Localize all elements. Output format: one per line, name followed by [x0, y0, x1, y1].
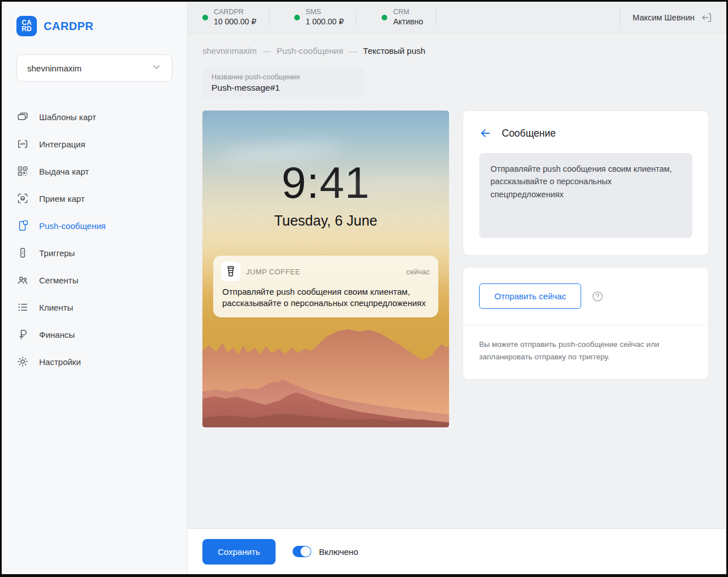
logo-mark-line2: RD	[22, 26, 31, 32]
status-crm: CRM Активно	[369, 8, 435, 27]
sidebar-item-card-templates[interactable]: Шаблоны карт	[2, 103, 187, 130]
divider	[269, 9, 269, 26]
status-value: Активно	[393, 17, 423, 27]
sidebar-item-settings[interactable]: Настройки	[2, 348, 187, 375]
user-name: Максим Шевнин	[633, 13, 695, 22]
push-name-label: Название push-сообщения	[211, 73, 354, 81]
message-panel-title: Сообщение	[502, 128, 556, 139]
sidebar-item-card-accept[interactable]: Прием карт	[2, 185, 187, 212]
status-green-dot	[294, 15, 300, 20]
qr-code-icon	[16, 165, 29, 177]
settings-column: Сообщение Отправляйте push сообщения сво…	[463, 111, 709, 380]
sidebar-nav: Шаблоны карт API Интеграция Выдача карт …	[2, 103, 187, 375]
trigger-icon	[16, 247, 29, 259]
breadcrumb-account[interactable]: shevninmaxim	[202, 46, 257, 56]
footer-bar: Сохранить Включено	[188, 528, 726, 574]
sidebar-item-segments[interactable]: Сегменты	[2, 266, 187, 294]
sidebar-item-label: Прием карт	[39, 194, 84, 203]
logo-text: CARDPR	[44, 20, 94, 33]
gear-icon	[16, 355, 29, 368]
sidebar-item-finance[interactable]: Финансы	[2, 321, 187, 348]
preview-date: Tuesday, 6 June	[202, 213, 449, 229]
sidebar-item-label: Сегменты	[39, 275, 78, 285]
balance-cardpr: CARDPR 10 000.00 ₽	[202, 8, 269, 27]
sidebar-item-push-messages[interactable]: Push-сообщения	[2, 212, 187, 239]
sidebar-item-label: Интеграция	[39, 139, 85, 149]
send-now-button[interactable]: Отправить сейчас	[479, 283, 581, 309]
help-icon[interactable]	[591, 290, 604, 303]
status-value: 10 000.00 ₽	[214, 17, 256, 27]
status-green-dot	[382, 15, 387, 20]
content: shevninmaxim — Push-сообщения — Текстовы…	[188, 33, 726, 528]
divider	[620, 9, 620, 26]
api-icon: API	[16, 138, 29, 150]
notification-text: Отправляйте push сообщения своим клиента…	[221, 286, 430, 309]
send-card: Отправить сейчас Вы можете отправить pus…	[463, 267, 709, 380]
main-area: CARDPR 10 000.00 ₽ SMS 1 000.00 ₽ CRM Ак…	[188, 2, 726, 574]
toggle-label: Включено	[319, 547, 358, 557]
message-text: Отправляйте push сообщения своим клиента…	[490, 163, 681, 201]
sidebar-item-label: Шаблоны карт	[39, 112, 96, 122]
breadcrumb-push-messages[interactable]: Push-сообщения	[277, 46, 343, 56]
logo: CA RD CARDPR	[2, 16, 187, 36]
sidebar-item-triggers[interactable]: Триггеры	[2, 239, 187, 266]
balance-sms: SMS 1 000.00 ₽	[282, 8, 356, 27]
breadcrumb-current: Текстовый push	[363, 46, 425, 56]
account-selector-value: shevninmaxim	[27, 63, 82, 73]
cards-icon	[16, 111, 29, 123]
message-card: Сообщение Отправляйте push сообщения сво…	[463, 111, 709, 256]
sidebar-item-label: Триггеры	[39, 248, 75, 258]
coffee-cup-icon	[221, 262, 240, 281]
svg-text:API: API	[20, 142, 26, 146]
status-value: 1 000.00 ₽	[306, 17, 344, 27]
breadcrumb-separator: —	[349, 46, 357, 56]
account-selector[interactable]: shevninmaxim	[16, 54, 172, 82]
status-label: CARDPR	[214, 8, 256, 17]
status-label: CRM	[393, 8, 423, 17]
user-menu: Максим Шевнин	[633, 11, 713, 24]
back-arrow-icon[interactable]	[479, 127, 492, 139]
save-button[interactable]: Сохранить	[202, 539, 276, 565]
list-icon	[16, 301, 29, 313]
cardpr-logo-icon: CA RD	[16, 16, 37, 36]
chevron-down-icon	[150, 61, 163, 75]
divider	[356, 9, 357, 26]
users-icon	[16, 274, 29, 286]
divider	[435, 9, 436, 26]
toggle-knob	[300, 546, 311, 557]
sidebar-item-clients[interactable]: Клиенты	[2, 294, 187, 321]
scan-icon	[16, 192, 29, 205]
sidebar-item-integration[interactable]: API Интеграция	[2, 130, 187, 158]
sidebar-item-label: Финансы	[39, 330, 75, 340]
notification-app-name: JUMP COFFEE	[246, 268, 401, 276]
push-message-icon	[16, 219, 29, 232]
logout-icon[interactable]	[700, 11, 713, 24]
enabled-toggle[interactable]	[293, 546, 311, 557]
sidebar: CA RD CARDPR shevninmaxim Шаблоны карт A…	[2, 2, 188, 574]
push-name-field[interactable]: Название push-сообщения	[202, 68, 364, 99]
phone-preview: 9:41 Tuesday, 6 June	[202, 111, 449, 427]
ruble-icon	[16, 328, 29, 341]
send-hint: Вы можете отправить push-сообщение сейча…	[463, 325, 708, 379]
push-notification-preview: JUMP COFFEE сейчас Отправляйте push сооб…	[213, 256, 438, 317]
notification-time: сейчас	[407, 268, 430, 276]
sidebar-item-label: Выдача карт	[39, 167, 89, 176]
push-name-input[interactable]	[211, 83, 353, 93]
status-green-dot	[202, 15, 208, 20]
breadcrumb: shevninmaxim — Push-сообщения — Текстовы…	[202, 46, 712, 56]
sidebar-item-label: Push-сообщения	[39, 221, 105, 231]
sidebar-item-label: Клиенты	[39, 303, 73, 312]
breadcrumb-separator: —	[263, 46, 271, 56]
send-hint-text: Вы можете отправить push-сообщение сейча…	[479, 338, 666, 364]
mountains-illustration	[202, 328, 449, 427]
status-label: SMS	[306, 8, 344, 17]
topbar: CARDPR 10 000.00 ₽ SMS 1 000.00 ₽ CRM Ак…	[188, 2, 726, 33]
message-text-input[interactable]: Отправляйте push сообщения своим клиента…	[479, 153, 692, 238]
app-window: CA RD CARDPR shevninmaxim Шаблоны карт A…	[0, 0, 728, 577]
sidebar-item-card-issue[interactable]: Выдача карт	[2, 158, 187, 185]
sidebar-item-label: Настройки	[39, 357, 81, 367]
